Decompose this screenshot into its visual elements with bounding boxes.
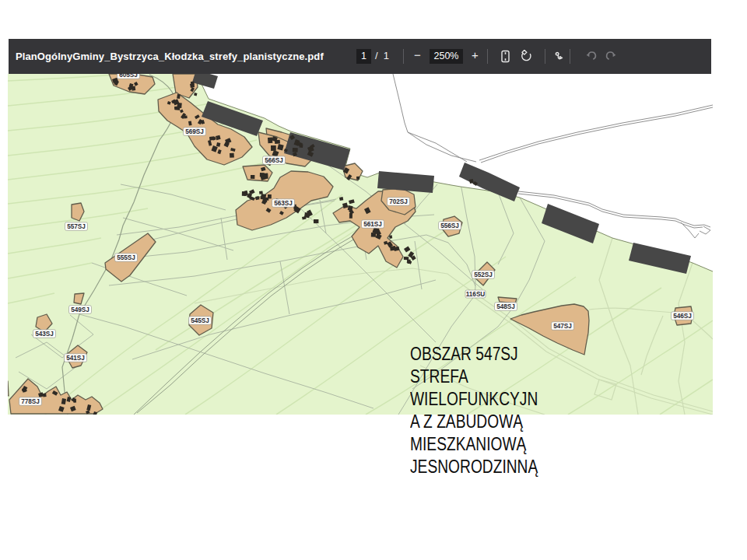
svg-text:548SJ: 548SJ [496, 303, 515, 310]
svg-text:552SJ: 552SJ [474, 271, 493, 278]
svg-text:541SJ: 541SJ [66, 355, 85, 362]
svg-text:545SJ: 545SJ [191, 317, 209, 324]
svg-text:543SJ: 543SJ [35, 331, 54, 338]
svg-text:566SJ: 566SJ [265, 157, 283, 164]
svg-text:557SJ: 557SJ [67, 223, 86, 230]
svg-text:702SJ: 702SJ [389, 198, 408, 205]
svg-text:561SJ: 561SJ [363, 221, 382, 228]
svg-text:556SJ: 556SJ [440, 222, 459, 229]
svg-text:549SJ: 549SJ [71, 306, 89, 313]
svg-text:546SJ: 546SJ [673, 313, 692, 320]
svg-text:778SJ: 778SJ [21, 398, 40, 405]
svg-text:563SJ: 563SJ [274, 200, 293, 207]
svg-text:547SJ: 547SJ [553, 323, 572, 330]
svg-text:555SJ: 555SJ [117, 254, 135, 261]
svg-text:569SJ: 569SJ [185, 128, 204, 135]
svg-text:605SJ: 605SJ [119, 74, 138, 79]
svg-text:116SU: 116SU [466, 291, 486, 298]
